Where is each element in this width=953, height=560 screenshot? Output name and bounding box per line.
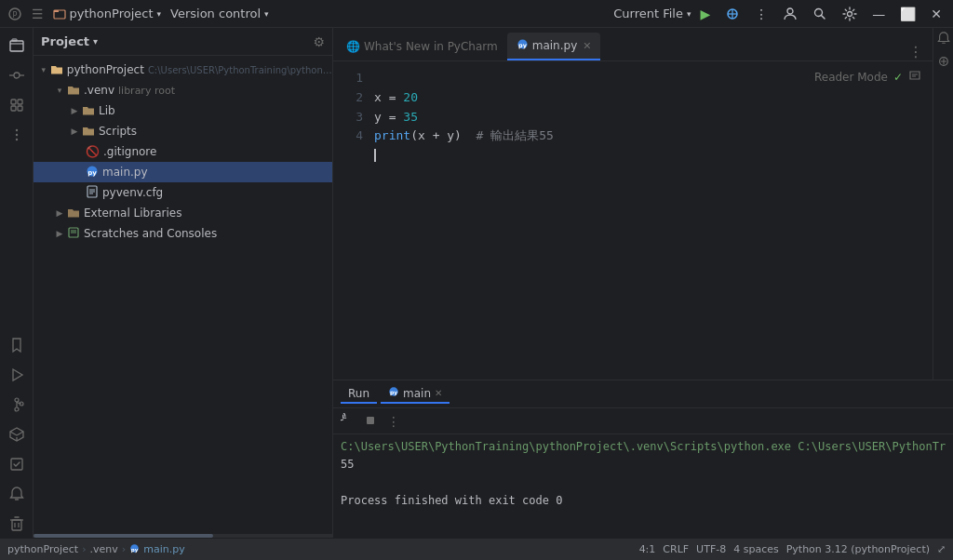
tree-label-scripts: Scripts [99,125,137,138]
sidebar-chevron[interactable]: ▾ [93,36,98,47]
tree-arrow-ext: ▶ [52,208,67,218]
cfg-file-icon [86,185,99,201]
sidebar-commit-icon[interactable] [3,61,31,89]
editor[interactable]: 1 2 3 4 x = 20 y = 35 print(x + y) # 輸出結… [333,61,933,380]
svg-point-25 [15,398,19,402]
settings-tool-btn[interactable]: ⋮ [383,412,404,431]
sidebar-project-icon[interactable] [3,32,31,60]
status-position[interactable]: 4:1 [639,543,656,555]
reader-mode-check: ✓ [893,71,903,84]
bottom-tab-run[interactable]: Run [341,385,377,404]
svg-point-22 [15,139,17,140]
line-num-3: 3 [333,108,363,127]
svg-point-10 [848,11,852,16]
sidebar: Project ▾ ⚙ ▾ pythonProject C:\Users\USE… [34,28,333,538]
tree-label-ext: External Libraries [84,207,181,220]
close-button[interactable]: ✕ [927,5,946,23]
debug-button[interactable] [721,5,744,23]
console-path: C:\Users\USER\PythonTraining\pythonProje… [341,440,946,453]
tree-arrow-pythonProject: ▾ [37,65,50,74]
ai-icon[interactable] [937,55,950,71]
current-file-label: Current File [613,7,683,20]
folder-icon-lib [82,103,95,118]
sidebar-settings-btn[interactable]: ⚙ [313,34,325,49]
status-indent[interactable]: 4 spaces [733,543,779,555]
svg-rect-11 [10,41,23,51]
python-packages-icon[interactable] [3,420,31,448]
current-file-selector[interactable]: Current File ▾ [613,7,691,20]
tree-label-main-py: main.py [102,166,148,179]
minimize-button[interactable]: — [868,5,889,23]
bottom-panel: Run py main ✕ ⋮ [333,380,953,538]
sidebar-plugins-icon[interactable] [3,91,31,119]
tree-item-main-py[interactable]: py main.py [34,162,332,182]
git-icon[interactable] [3,391,31,419]
settings-button[interactable] [839,5,861,23]
breadcrumb[interactable]: pythonProject › .venv › py main.py [7,543,185,556]
reader-mode-bar: Reader Mode ✓ [814,69,921,85]
project-selector[interactable]: pythonProject ▾ [53,7,161,20]
tree-label-venv: .venv [84,84,114,97]
run-tab-label: Run [348,387,369,400]
status-encoding[interactable]: UTF-8 [696,543,726,555]
tab-close-main-py[interactable]: ✕ [583,40,591,52]
main-tab-icon: py [388,386,399,400]
svg-line-9 [822,15,825,19]
reader-mode-icon [908,69,921,85]
tree-item-venv[interactable]: ▾ .venv library root [34,80,332,100]
line-num-2: 2 [333,88,363,108]
code-editor[interactable]: x = 20 y = 35 print(x + y) # 輸出結果55 [370,61,933,380]
maximize-button[interactable]: ⬜ [896,5,919,23]
tree-item-pyvenv[interactable]: pyvenv.cfg [34,182,332,203]
svg-marker-23 [13,369,22,380]
gitignore-icon: 🚫 [86,145,100,158]
tree-item-scratches[interactable]: ▶ Scratches and Consoles [34,223,332,244]
globe-icon: 🌐 [346,40,360,53]
tree-item-pythonProject[interactable]: ▾ pythonProject C:\Users\USER\PythonTrai… [34,60,332,80]
folder-icon-pythonProject [50,62,63,77]
status-expand-btn[interactable]: ⤢ [937,543,946,555]
reader-mode-label[interactable]: Reader Mode [814,71,888,84]
tree-label-pythonProject: pythonProject [67,63,144,76]
svg-rect-18 [11,106,16,111]
bottom-tab-main[interactable]: py main ✕ [381,384,450,404]
bookmarks-icon[interactable] [3,331,31,359]
notifications-icon[interactable] [3,480,31,508]
run-debug-icon[interactable] [3,361,31,389]
tree-label-scratches: Scratches and Consoles [84,227,217,240]
more-button[interactable]: ⋮ [751,5,772,23]
sidebar-more-icon[interactable] [3,121,31,149]
main-tab-close[interactable]: ✕ [435,388,442,398]
svg-text:py: py [390,389,397,396]
svg-line-29 [10,432,17,435]
current-file-chevron: ▾ [687,9,691,19]
notification-bell-icon[interactable] [937,32,950,47]
search-button[interactable] [809,5,831,23]
tree-item-gitignore[interactable]: 🚫 .gitignore [34,141,332,162]
svg-point-13 [14,73,20,78]
profile-button[interactable] [779,5,801,23]
sidebar-scrollbar[interactable] [34,534,332,538]
tree-label-gitignore: .gitignore [103,145,156,158]
tab-whats-new[interactable]: 🌐 What's New in PyCharm [337,33,507,60]
delete-icon[interactable] [3,510,31,538]
svg-text:P: P [13,11,18,20]
todo-icon[interactable] [3,450,31,478]
status-bar: pythonProject › .venv › py main.py 4:1 C… [0,538,953,560]
run-button[interactable]: ▶ [696,5,714,23]
breadcrumb-project: pythonProject [7,543,78,555]
tab-main-py[interactable]: py main.py ✕ [507,33,601,60]
tree-item-external-libs[interactable]: ▶ External Libraries [34,203,332,223]
tree-item-scripts[interactable]: ▶ Scripts [34,121,332,141]
status-interpreter[interactable]: Python 3.12 (pythonProject) [786,543,930,555]
tab-more-button[interactable]: ⋮ [903,43,929,60]
hamburger-menu[interactable]: ☰ [28,5,47,23]
tree-arrow-venv: ▾ [52,86,67,95]
stop-button[interactable] [361,412,380,431]
breadcrumb-sep-2: › [122,543,126,555]
tree-item-lib[interactable]: ▶ Lib [34,100,332,121]
status-line-endings[interactable]: CRLF [663,543,689,555]
rerun-button[interactable] [337,411,357,431]
project-name-label: pythonProject [70,7,154,20]
version-control-selector[interactable]: Version control ▾ [170,7,269,20]
